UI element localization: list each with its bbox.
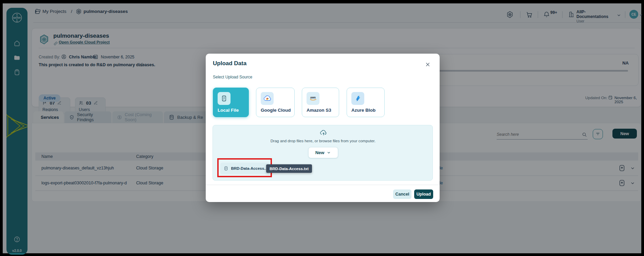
modal-subtitle: Select Upload Source xyxy=(213,75,252,79)
google-cloud-icon xyxy=(261,92,274,105)
dropzone-new-button[interactable]: New xyxy=(308,147,338,158)
cancel-button[interactable]: Cancel xyxy=(393,189,411,199)
source-card-amazon-s3[interactable]: aws Amazon S3 xyxy=(302,88,339,117)
file-tooltip: BRD-Data-Access.txt xyxy=(266,164,312,173)
upload-button[interactable]: Upload xyxy=(414,189,433,199)
upload-data-modal: Upload Data Select Upload Source Local F… xyxy=(206,54,440,202)
aws-icon: aws xyxy=(307,92,319,105)
cloud-upload-icon xyxy=(320,129,327,138)
source-card-azure-blob[interactable]: Azure Blob xyxy=(347,88,385,117)
dropzone-text: Drag and drop files here, or browse file… xyxy=(213,139,433,143)
source-card-google-cloud[interactable]: Google Cloud xyxy=(256,88,295,117)
dropzone-new-label: New xyxy=(315,150,325,155)
source-label: Azure Blob xyxy=(351,108,375,113)
modal-title: Upload Data xyxy=(213,60,246,67)
source-card-local-file[interactable]: Local File xyxy=(213,88,249,117)
local-file-icon xyxy=(218,92,231,105)
source-label: Local File xyxy=(218,108,239,113)
svg-text:aws: aws xyxy=(310,96,316,99)
close-icon[interactable] xyxy=(425,62,430,69)
chevron-down-icon xyxy=(327,150,331,155)
annotation-highlight xyxy=(217,158,272,177)
modal-footer-divider xyxy=(206,185,440,185)
screenshot-frame: My Projects / pulmonary-diseases 99+ AII… xyxy=(0,0,644,256)
source-label: Amazon S3 xyxy=(307,108,331,113)
source-label: Google Cloud xyxy=(261,108,291,113)
azure-icon xyxy=(351,92,364,105)
